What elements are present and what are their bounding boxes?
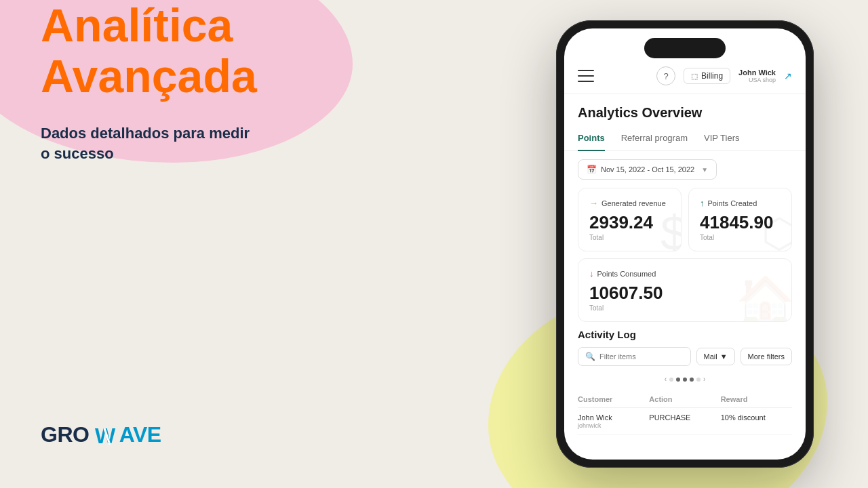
title-line1: Analítica (41, 0, 420, 51)
tabs-container: Points Referral program VIP Tiers (564, 126, 806, 151)
hamburger-icon[interactable] (578, 70, 594, 82)
search-wrap: 🔍 (578, 347, 691, 366)
help-button[interactable]: ? (656, 66, 675, 85)
arrow-right-icon: → (589, 198, 598, 208)
phone-outer: ? ⬚ Billing John Wick USA shop ↗ Analyti… (556, 20, 814, 468)
phone-container: ? ⬚ Billing John Wick USA shop ↗ Analyti… (556, 20, 814, 468)
page-dot-3[interactable] (683, 378, 687, 382)
title-line2: Avançada (41, 51, 420, 102)
page-dot-5[interactable] (696, 378, 701, 382)
revenue-label: → Generated revenue (589, 198, 670, 208)
chevron-down-icon: ▼ (701, 166, 708, 174)
more-filters-button[interactable]: More filters (741, 348, 792, 365)
stat-card-revenue: → Generated revenue 2939.24 Total $ (578, 188, 682, 251)
date-filter[interactable]: 📅 Nov 15, 2022 - Oct 15, 2022 ▼ (578, 159, 717, 180)
billing-button[interactable]: ⬚ Billing (684, 68, 730, 84)
points-created-bg-icon: ⬡ (762, 214, 792, 251)
page-dot-1[interactable] (669, 378, 673, 382)
mail-chevron-icon: ▼ (720, 352, 728, 361)
user-info: John Wick USA shop (738, 68, 776, 83)
left-panel: Analítica Avançada Dados detalhados para… (41, 0, 420, 488)
col-action: Action (649, 395, 720, 403)
stat-card-points-consumed: ↓ Points Consumed 10607.50 Total 🏠 (578, 258, 792, 322)
table-row: John Wick johnwick PURCHASE 10% discount (578, 408, 792, 435)
col-customer: Customer (578, 395, 649, 403)
page-dot-4[interactable] (690, 378, 694, 382)
consumed-bg-icon: 🏠 (736, 277, 792, 322)
logo: GRO W AVE (41, 422, 161, 447)
table-header: Customer Action Reward (578, 391, 792, 408)
activity-log-title: Activity Log (578, 329, 792, 340)
filter-row: 🔍 Mail ▼ More filters (578, 347, 792, 366)
pagination-dots: ‹ › (578, 373, 792, 386)
points-created-label: ↑ Points Created (700, 198, 781, 208)
arrow-up-icon: ↑ (700, 198, 705, 208)
next-page-button[interactable]: › (703, 375, 705, 383)
phone-notch (644, 38, 726, 58)
external-link-icon[interactable]: ↗ (784, 70, 792, 81)
calendar-icon: 📅 (587, 165, 597, 174)
user-shop: USA shop (749, 77, 776, 83)
app-content: ? ⬚ Billing John Wick USA shop ↗ Analyti… (564, 28, 806, 460)
col-reward: Reward (721, 395, 792, 403)
search-icon: 🔍 (585, 352, 595, 361)
search-input[interactable] (599, 352, 684, 361)
activity-section: Activity Log 🔍 Mail ▼ More filters (564, 329, 806, 435)
subtitle: Dados detalhados para medir o sucesso (41, 123, 420, 165)
revenue-bg-icon: $ (660, 209, 682, 251)
activity-table: Customer Action Reward John Wick johnwic… (578, 391, 792, 435)
stats-grid: → Generated revenue 2939.24 Total $ ↑ Po… (564, 188, 806, 251)
td-customer: John Wick johnwick (578, 413, 649, 429)
billing-icon: ⬚ (691, 72, 698, 81)
page-title-section: Analytics Overview (564, 94, 806, 126)
td-reward: 10% discount (721, 413, 792, 429)
user-name: John Wick (738, 68, 776, 77)
date-range-label: Nov 15, 2022 - Oct 15, 2022 (601, 165, 694, 174)
mail-filter-button[interactable]: Mail ▼ (696, 348, 735, 365)
td-action: PURCHASE (649, 413, 720, 429)
prev-page-button[interactable]: ‹ (665, 375, 667, 383)
tab-points[interactable]: Points (578, 126, 605, 151)
phone-inner: ? ⬚ Billing John Wick USA shop ↗ Analyti… (564, 28, 806, 460)
tab-vip[interactable]: VIP Tiers (704, 126, 740, 151)
revenue-sublabel: Total (589, 234, 670, 241)
wave-icon: W (95, 426, 119, 447)
stat-card-points-created: ↑ Points Created 41845.90 Total ⬡ (688, 188, 792, 251)
page-title: Analytics Overview (578, 105, 792, 121)
logo-gro: GRO (41, 422, 89, 447)
tab-referral[interactable]: Referral program (621, 126, 688, 151)
revenue-value: 2939.24 (589, 214, 670, 231)
arrow-down-icon: ↓ (589, 268, 594, 279)
main-title: Analítica Avançada (41, 0, 420, 123)
logo-wave: W AVE (89, 422, 161, 447)
page-dot-2[interactable] (676, 378, 680, 382)
